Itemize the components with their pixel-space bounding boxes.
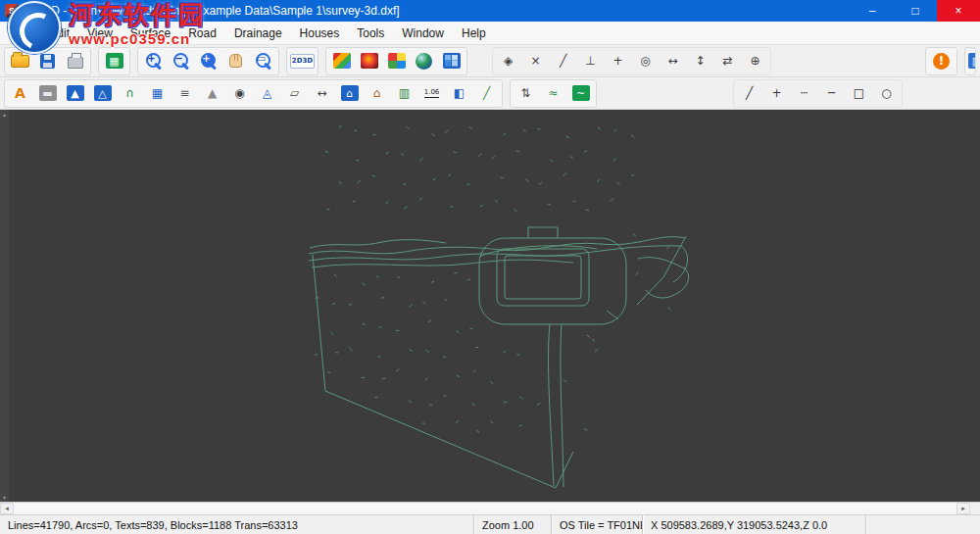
error-list-button[interactable]: ! — [928, 49, 955, 73]
save-button[interactable] — [34, 49, 61, 73]
draw-dashed-button[interactable]: ┄ — [791, 81, 817, 106]
file-group — [4, 47, 91, 75]
error-list-icon: ! — [933, 53, 950, 70]
toolbar-row-2: A▬▲△∩▦≡▲◉◬▱↔⌂⌂▥1.06◧╱⇅≈~╱+┄─□○ — [0, 77, 980, 110]
survey-drawing — [9, 110, 980, 502]
zoom-in-button[interactable]: + — [140, 49, 167, 73]
scroll-up-icon[interactable]: ▴ — [3, 111, 6, 118]
draw-circle-button[interactable]: ○ — [873, 81, 900, 106]
snap-horizontal-icon: ↔ — [667, 55, 677, 67]
point-table-button[interactable]: ▦ — [144, 81, 171, 106]
draw-point-button[interactable]: + — [763, 81, 790, 106]
flow-surface-icon: ~ — [572, 85, 590, 101]
flow-surface-button[interactable]: ~ — [567, 81, 594, 106]
elevation-heatmap-button[interactable] — [356, 49, 382, 73]
pan-button[interactable] — [222, 49, 249, 73]
overflow-button[interactable]: ▥ — [967, 49, 976, 73]
slope-line-button[interactable]: ╱ — [473, 81, 500, 106]
draw-circle-icon: ○ — [881, 87, 891, 99]
house-import-button[interactable]: ⌂ — [336, 81, 363, 106]
alerts-group: ! — [925, 47, 957, 75]
menu-tools[interactable]: Tools — [348, 23, 393, 44]
snap-rotate-button[interactable]: ⊕ — [742, 49, 768, 73]
tin-triangle-button[interactable]: ▲ — [199, 81, 225, 106]
crossing-sign-button[interactable]: ▲ — [62, 81, 88, 106]
slope-line-icon: ╱ — [483, 87, 490, 99]
section-view-button[interactable]: ▱ — [281, 81, 308, 106]
toggle-2d-3d-button[interactable]: 2D3D — [289, 49, 316, 73]
snap-nearest-button[interactable]: ╱ — [550, 49, 576, 73]
road-surface-button[interactable]: ▬ — [34, 81, 61, 106]
warning-sign-button[interactable]: △ — [89, 81, 116, 106]
print-button[interactable] — [62, 49, 88, 73]
menu-road[interactable]: Road — [179, 23, 225, 44]
zoom-out-button[interactable]: − — [168, 49, 194, 73]
menu-drainage[interactable]: Drainage — [225, 23, 291, 44]
save-icon — [40, 54, 55, 69]
surface-3d-view-button[interactable]: ▦ — [101, 49, 127, 73]
volume-cube-button[interactable]: ◧ — [446, 81, 472, 106]
scroll-left-icon[interactable]: ◂ — [0, 503, 14, 514]
zoom-extents-button[interactable]: + — [195, 49, 221, 73]
menu-houses[interactable]: Houses — [291, 23, 349, 44]
quantities-sheet-button[interactable]: ▥ — [391, 81, 417, 106]
survey-station-button[interactable]: ◉ — [226, 81, 253, 106]
contour-colours-icon — [333, 53, 351, 69]
house-place-button[interactable]: ⌂ — [364, 81, 390, 106]
menu-view[interactable]: View — [78, 23, 122, 44]
snap-perpendicular-icon: ⊥ — [585, 55, 595, 67]
snap-center-button[interactable]: ◎ — [632, 49, 659, 73]
titlebar[interactable]: S Site3D - [PlanView: M:\drawings\Exampl… — [0, 0, 980, 22]
scroll-right-icon[interactable]: ▸ — [956, 503, 970, 514]
snap-perpendicular-button[interactable]: ⊥ — [577, 49, 604, 73]
warning-sign-icon: △ — [94, 85, 112, 101]
tile-view-button[interactable] — [438, 49, 465, 73]
contour-colours-button[interactable] — [328, 49, 355, 73]
elevation-heatmap-icon — [361, 53, 378, 69]
snap-intersection-button[interactable]: × — [522, 49, 549, 73]
maximize-button[interactable]: □ — [894, 0, 937, 22]
snap-midpoint-icon: + — [612, 55, 622, 67]
embankment-button[interactable]: ∩ — [117, 81, 143, 106]
menu-edit[interactable]: Edit — [40, 23, 78, 44]
layers-group: ⇅≈~ — [510, 79, 597, 108]
draw-line-button[interactable]: ╱ — [736, 81, 762, 106]
surface-list-button[interactable]: ≡ — [172, 81, 198, 106]
close-button[interactable]: × — [937, 0, 980, 22]
rendered-globe-button[interactable] — [411, 49, 437, 73]
plan-view-canvas[interactable] — [9, 110, 980, 502]
menu-help[interactable]: Help — [453, 23, 495, 44]
house-place-icon: ⌂ — [373, 87, 381, 99]
level-label-button[interactable]: 1.06 — [418, 81, 445, 106]
horizontal-scroll-track[interactable] — [14, 503, 956, 514]
model-3d-button[interactable]: ◬ — [254, 81, 280, 106]
horizontal-scrollbar[interactable]: ◂ ▸ — [0, 502, 980, 514]
draw-rect-icon: □ — [854, 87, 864, 99]
snap-midpoint-button[interactable]: + — [605, 49, 631, 73]
minimize-button[interactable]: – — [851, 0, 894, 22]
snap-settings-button[interactable]: ◈ — [495, 49, 521, 73]
rendered-globe-icon — [416, 53, 432, 70]
menu-window[interactable]: Window — [393, 23, 453, 44]
snap-vertical-button[interactable]: ↕ — [687, 49, 713, 73]
snap-intersection-icon: × — [530, 55, 540, 67]
draw-rect-button[interactable]: □ — [846, 81, 872, 106]
measure-icon: ↔ — [317, 87, 326, 99]
scrollbar-corner — [970, 503, 980, 514]
snap-horizontal-button[interactable]: ↔ — [660, 49, 686, 73]
survey-station-icon: ◉ — [234, 87, 244, 99]
quad-colours-button[interactable] — [383, 49, 410, 73]
menu-surface[interactable]: Surface — [122, 23, 179, 44]
snap-grid-button[interactable]: ⇄ — [714, 49, 741, 73]
draw-polyline-button[interactable]: ─ — [818, 81, 845, 106]
zoom-window-button[interactable]: ▭ — [250, 49, 276, 73]
watercourse-button[interactable]: ≈ — [540, 81, 566, 106]
open-button[interactable] — [7, 49, 33, 73]
measure-button[interactable]: ↔ — [309, 81, 335, 106]
text-style-button[interactable]: A — [7, 81, 33, 106]
scroll-down-icon[interactable]: ▾ — [3, 494, 6, 501]
layer-order-button[interactable]: ⇅ — [513, 81, 539, 106]
snap-rotate-icon: ⊕ — [750, 55, 760, 67]
vertical-scrollbar[interactable]: ▴ ▾ — [0, 110, 9, 502]
menu-file[interactable]: File — [4, 23, 40, 44]
